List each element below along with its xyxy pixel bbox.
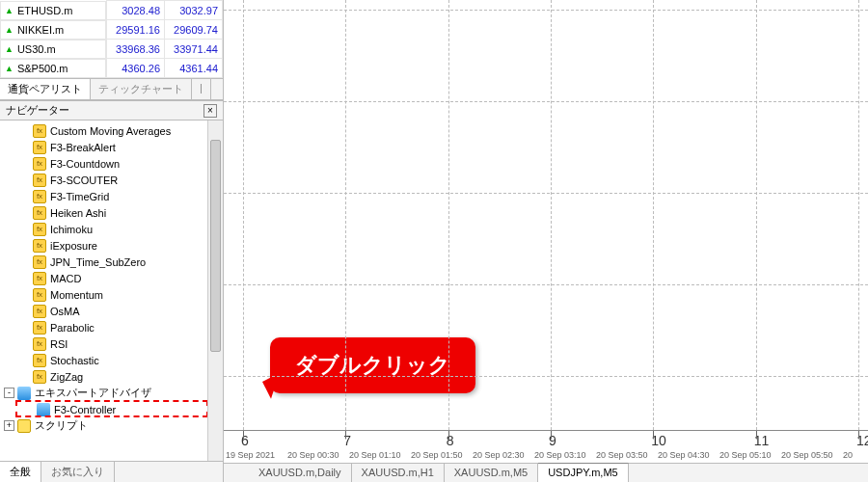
time-axis: 678910111219 Sep 202120 Sep 00:3020 Sep …	[224, 430, 868, 463]
axis-minor-label: 20 Sep 02:30	[473, 450, 525, 460]
ask-price: 4361.44	[165, 59, 223, 78]
tree-indicator-item[interactable]: fxCustom Moving Averages	[0, 122, 223, 139]
script-icon	[17, 419, 31, 433]
tree-label: ZigZag	[50, 371, 83, 383]
indicator-icon: fx	[33, 321, 46, 335]
bid-price: 3028.48	[107, 1, 165, 20]
symbol-row[interactable]: ▲US30.m33968.3633971.44	[0, 40, 223, 59]
symbol-name: US30.m	[17, 43, 56, 55]
axis-minor-label: 20 Sep 01:10	[349, 450, 401, 460]
indicator-icon: fx	[33, 223, 46, 236]
expert-advisor-icon	[37, 403, 50, 416]
tree-label: エキスパートアドバイザ	[35, 386, 151, 400]
tree-indicator-item[interactable]: fxiExposure	[0, 237, 223, 254]
indicator-icon: fx	[33, 239, 46, 253]
tree-indicator-item[interactable]: fxStochastic	[0, 352, 223, 368]
navigator-tree: fxCustom Moving AveragesfxF3-BreakAlertf…	[0, 120, 223, 461]
tab-symbol-list[interactable]: 通貨ペアリスト	[0, 79, 91, 99]
tree-label: スクリプト	[35, 418, 88, 433]
indicator-icon: fx	[33, 337, 46, 351]
axis-minor-label: 20 Sep 00:30	[287, 450, 339, 460]
symbol-name: NIKKEI.m	[17, 24, 64, 36]
symbol-row[interactable]: ▲S&P500.m4360.264361.44	[0, 59, 223, 78]
tree-indicator-item[interactable]: fxRSI	[0, 335, 223, 352]
indicator-icon: fx	[33, 354, 46, 367]
chart-area[interactable]: ダブルクリック 678910111219 Sep 202120 Sep 00:3…	[224, 0, 868, 463]
axis-minor-label: 20 Sep 05:10	[719, 450, 772, 460]
navigator-title: ナビゲーター	[6, 103, 69, 118]
tree-indicator-item[interactable]: fxF3-Countdown	[0, 155, 223, 172]
tree-indicator-item[interactable]: fxF3-TimeGrid	[0, 188, 223, 204]
indicator-icon: fx	[33, 124, 46, 138]
tree-indicator-item[interactable]: fxOsMA	[0, 303, 223, 319]
indicator-icon: fx	[33, 255, 46, 269]
tree-indicator-item[interactable]: fxMomentum	[0, 286, 223, 303]
chart-tab[interactable]: XAUUSD.m,H1	[352, 464, 445, 482]
symbol-row[interactable]: ▲ETHUSD.m3028.483032.97	[0, 1, 223, 20]
expand-icon[interactable]: +	[4, 420, 14, 431]
tree-indicator-item[interactable]: fxF3-BreakAlert	[0, 139, 223, 155]
close-icon[interactable]: ×	[203, 104, 217, 118]
axis-minor-label: 20	[843, 450, 853, 460]
tree-indicator-item[interactable]: fxHeiken Ashi	[0, 204, 223, 221]
indicator-icon: fx	[33, 305, 46, 318]
tree-label: Stochastic	[50, 355, 99, 366]
axis-minor-label: 20 Sep 05:50	[781, 450, 833, 460]
indicator-icon: fx	[33, 272, 46, 285]
tree-indicator-item[interactable]: fxZigZag	[0, 368, 223, 385]
tree-label: F3-TimeGrid	[50, 191, 109, 202]
navigator-header: ナビゲーター ×	[0, 100, 223, 120]
axis-minor-label: 20 Sep 01:50	[411, 450, 463, 460]
indicator-icon: fx	[33, 206, 46, 220]
tree-scripts[interactable]: + スクリプト	[0, 417, 223, 434]
navigator-tabs: 全般 お気に入り	[0, 461, 223, 482]
tree-label: Parabolic	[50, 322, 95, 334]
tree-indicator-item[interactable]: fxIchimoku	[0, 221, 223, 237]
ask-price: 29609.74	[165, 20, 223, 40]
tree-label: JPN_Time_SubZero	[50, 256, 146, 268]
tab-bar: |	[192, 79, 211, 99]
tree-label: F3-Countdown	[50, 158, 120, 170]
collapse-icon[interactable]: -	[4, 388, 14, 398]
tree-indicator-item[interactable]: fxJPN_Time_SubZero	[0, 254, 223, 270]
market-watch-tabs: 通貨ペアリスト ティックチャート |	[0, 78, 223, 100]
tree-label: MACD	[50, 273, 81, 284]
bid-price: 4360.26	[107, 59, 165, 78]
scrollbar-vertical[interactable]	[207, 120, 223, 461]
tree-indicator-item[interactable]: fxF3-SCOUTER	[0, 172, 223, 188]
axis-minor-label: 20 Sep 03:50	[596, 450, 648, 460]
tab-tick-chart[interactable]: ティックチャート	[91, 79, 192, 99]
tree-label: F3-Controller	[54, 404, 116, 415]
tree-label: F3-BreakAlert	[50, 142, 116, 153]
arrow-up-icon: ▲	[5, 6, 14, 15]
symbol-row[interactable]: ▲NIKKEI.m29591.1629609.74	[0, 20, 223, 40]
tree-expert-advisors[interactable]: - エキスパートアドバイザ	[0, 385, 223, 401]
market-watch-table: ▲ETHUSD.m3028.483032.97▲NIKKEI.m29591.16…	[0, 0, 223, 78]
chart-tab[interactable]: XAUUSD.m,M5	[445, 464, 538, 482]
axis-minor-label: 20 Sep 03:10	[534, 450, 586, 460]
indicator-icon: fx	[33, 288, 46, 302]
chart-tab[interactable]: USDJPY.m,M5	[538, 463, 629, 482]
indicator-icon: fx	[33, 370, 46, 384]
tree-label: iExposure	[50, 240, 97, 252]
indicator-icon: fx	[33, 190, 46, 203]
tree-label: Heiken Ashi	[50, 207, 106, 219]
left-panel: ▲ETHUSD.m3028.483032.97▲NIKKEI.m29591.16…	[0, 0, 224, 482]
expert-advisor-icon	[17, 387, 31, 400]
arrow-up-icon: ▲	[5, 44, 14, 54]
tree-label: RSI	[50, 338, 68, 350]
scrollbar-thumb[interactable]	[210, 140, 221, 352]
chart-tab[interactable]: XAUUSD.m,Daily	[249, 464, 352, 482]
chart-tabs: XAUUSD.m,DailyXAUUSD.m,H1XAUUSD.m,M5USDJ…	[224, 463, 868, 482]
indicator-icon: fx	[33, 174, 46, 187]
indicator-icon: fx	[33, 157, 46, 171]
tab-general[interactable]: 全般	[0, 462, 41, 482]
symbol-name: ETHUSD.m	[17, 5, 72, 16]
tree-label: F3-SCOUTER	[50, 174, 118, 186]
axis-minor-label: 20 Sep 04:30	[658, 450, 710, 460]
tree-indicator-item[interactable]: fxParabolic	[0, 319, 223, 335]
callout-annotation: ダブルクリック	[270, 337, 475, 393]
tree-item-f3-controller[interactable]: F3-Controller	[0, 401, 223, 417]
tab-favorites[interactable]: お気に入り	[41, 462, 115, 482]
tree-indicator-item[interactable]: fxMACD	[0, 270, 223, 286]
